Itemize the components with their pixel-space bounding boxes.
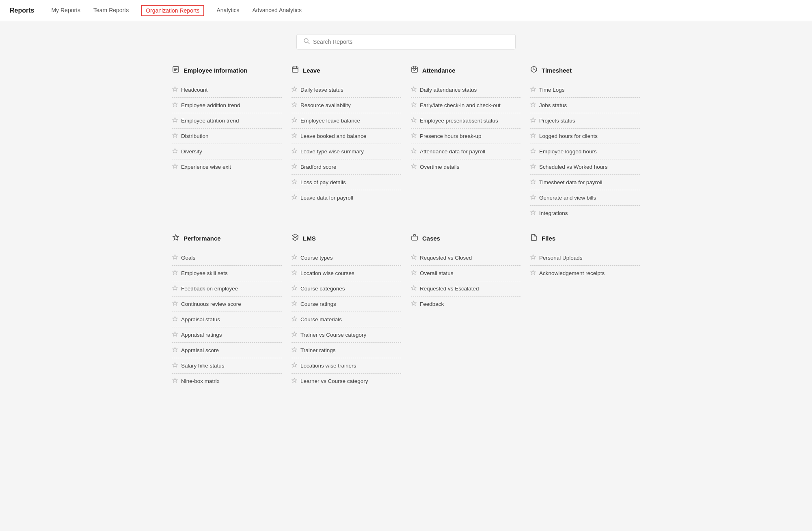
report-item[interactable]: Employee skill sets [172, 266, 282, 281]
star-icon[interactable] [292, 133, 297, 140]
report-item[interactable]: Daily leave status [292, 82, 401, 98]
star-icon[interactable] [172, 163, 178, 170]
report-item[interactable]: Feedback on employee [172, 281, 282, 297]
report-item[interactable]: Employee present/absent status [411, 113, 520, 129]
star-icon[interactable] [172, 331, 178, 338]
star-icon[interactable] [292, 194, 297, 201]
report-item[interactable]: Appraisal ratings [172, 327, 282, 343]
star-icon[interactable] [292, 254, 297, 261]
star-icon[interactable] [530, 210, 536, 217]
star-icon[interactable] [411, 285, 417, 292]
report-item[interactable]: Appraisal status [172, 312, 282, 327]
star-icon[interactable] [292, 86, 297, 93]
star-icon[interactable] [172, 316, 178, 323]
report-item[interactable]: Overall status [411, 266, 520, 281]
star-icon[interactable] [172, 133, 178, 140]
report-item[interactable]: Headcount [172, 82, 282, 98]
star-icon[interactable] [292, 102, 297, 109]
star-icon[interactable] [292, 347, 297, 354]
report-item[interactable]: Attendance data for payroll [411, 144, 520, 159]
star-icon[interactable] [411, 86, 417, 93]
star-icon[interactable] [411, 148, 417, 155]
star-icon[interactable] [530, 179, 536, 186]
star-icon[interactable] [292, 163, 297, 170]
star-icon[interactable] [530, 133, 536, 140]
star-icon[interactable] [172, 301, 178, 307]
search-input[interactable] [313, 39, 509, 45]
star-icon[interactable] [172, 285, 178, 292]
report-item[interactable]: Appraisal score [172, 343, 282, 358]
star-icon[interactable] [530, 117, 536, 124]
report-item[interactable]: Employee attrition trend [172, 113, 282, 129]
report-item[interactable]: Distribution [172, 129, 282, 144]
report-item[interactable]: Trainer vs Course category [292, 327, 401, 343]
star-icon[interactable] [292, 117, 297, 124]
star-icon[interactable] [411, 133, 417, 140]
report-item[interactable]: Learner vs Course category [292, 374, 401, 389]
report-item[interactable]: Diversity [172, 144, 282, 159]
star-icon[interactable] [292, 362, 297, 369]
star-icon[interactable] [411, 102, 417, 109]
report-item[interactable]: Feedback [411, 297, 520, 312]
star-icon[interactable] [292, 179, 297, 186]
report-item[interactable]: Time Logs [530, 82, 640, 98]
star-icon[interactable] [172, 254, 178, 261]
star-icon[interactable] [530, 148, 536, 155]
report-item[interactable]: Leave type wise summary [292, 144, 401, 159]
report-item[interactable]: Generate and view bills [530, 190, 640, 206]
report-item[interactable]: Integrations [530, 206, 640, 221]
report-item[interactable]: Timesheet data for payroll [530, 175, 640, 190]
report-item[interactable]: Jobs status [530, 98, 640, 113]
report-item[interactable]: Experience wise exit [172, 159, 282, 174]
report-item[interactable]: Bradford score [292, 159, 401, 175]
report-item[interactable]: Requested vs Closed [411, 250, 520, 266]
star-icon[interactable] [292, 316, 297, 323]
report-item[interactable]: Overtime details [411, 159, 520, 174]
star-icon[interactable] [411, 301, 417, 307]
star-icon[interactable] [292, 378, 297, 385]
star-icon[interactable] [172, 347, 178, 354]
star-icon[interactable] [530, 194, 536, 201]
nav-tab-analytics[interactable]: Analytics [216, 0, 240, 21]
star-icon[interactable] [172, 378, 178, 385]
star-icon[interactable] [530, 270, 536, 277]
report-item[interactable]: Location wise courses [292, 266, 401, 281]
report-item[interactable]: Continuous review score [172, 297, 282, 312]
report-item[interactable]: Employee logged hours [530, 144, 640, 159]
star-icon[interactable] [530, 102, 536, 109]
report-item[interactable]: Course ratings [292, 297, 401, 312]
report-item[interactable]: Nine-box matrix [172, 374, 282, 389]
nav-tab-advanced-analytics[interactable]: Advanced Analytics [252, 0, 302, 21]
star-icon[interactable] [172, 362, 178, 369]
star-icon[interactable] [292, 301, 297, 307]
report-item[interactable]: Course types [292, 250, 401, 266]
nav-tab-my-reports[interactable]: My Reports [50, 0, 81, 21]
star-icon[interactable] [411, 163, 417, 170]
nav-tab-organization-reports[interactable]: Organization Reports [141, 5, 204, 16]
star-icon[interactable] [172, 148, 178, 155]
star-icon[interactable] [411, 270, 417, 277]
star-icon[interactable] [411, 254, 417, 261]
star-icon[interactable] [172, 270, 178, 277]
report-item[interactable]: Employee addition trend [172, 98, 282, 113]
nav-tab-team-reports[interactable]: Team Reports [93, 0, 130, 21]
report-item[interactable]: Salary hike status [172, 358, 282, 374]
star-icon[interactable] [292, 285, 297, 292]
report-item[interactable]: Scheduled vs Worked hours [530, 159, 640, 175]
report-item[interactable]: Loss of pay details [292, 175, 401, 190]
star-icon[interactable] [172, 102, 178, 109]
report-item[interactable]: Presence hours break-up [411, 129, 520, 144]
star-icon[interactable] [292, 148, 297, 155]
report-item[interactable]: Requested vs Escalated [411, 281, 520, 297]
report-item[interactable]: Daily attendance status [411, 82, 520, 98]
report-item[interactable]: Employee leave balance [292, 113, 401, 129]
report-item[interactable]: Resource availability [292, 98, 401, 113]
report-item[interactable]: Early/late check-in and check-out [411, 98, 520, 113]
report-item[interactable]: Trainer ratings [292, 343, 401, 358]
report-item[interactable]: Course materials [292, 312, 401, 327]
report-item[interactable]: Acknowledgement receipts [530, 266, 640, 281]
star-icon[interactable] [172, 86, 178, 93]
report-item[interactable]: Personal Uploads [530, 250, 640, 266]
report-item[interactable]: Projects status [530, 113, 640, 129]
report-item[interactable]: Locations wise trainers [292, 358, 401, 374]
